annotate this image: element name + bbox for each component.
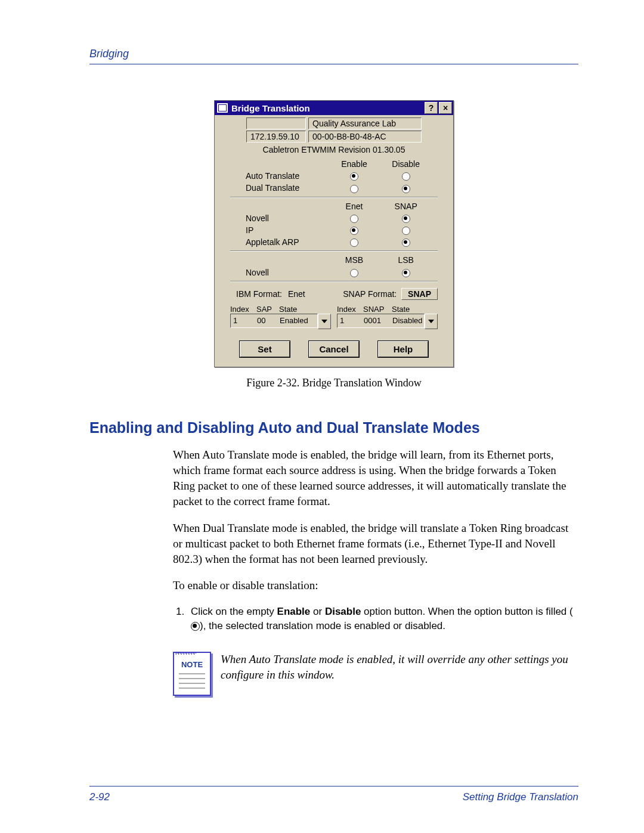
app-icon (217, 103, 228, 113)
bit-order-group: MSB LSB Novell (218, 255, 450, 277)
col-disable: Disable (380, 159, 432, 169)
novell-lsb-radio[interactable] (402, 269, 410, 277)
sap-h-state: State (279, 305, 297, 314)
note-block: eeeeeeee NOTE When Auto Translate mode i… (173, 652, 578, 696)
snap-list-field[interactable]: 1 0001 Disabled (337, 314, 425, 328)
row-appletalk: Appletalk ARP (236, 237, 329, 247)
separator (230, 197, 438, 198)
revision-text: Cabletron ETWMIM Revision 01.30.05 (218, 145, 450, 154)
meta-mac: 00-00-B8-B0-48-AC (308, 131, 422, 143)
frame-format-group: Enet SNAP Novell IP Appletalk ARP (218, 202, 450, 247)
snap-format-label: SNAP Format: (343, 289, 397, 299)
dialog-title: Bridge Translation (231, 103, 310, 113)
help-icon[interactable]: ? (425, 102, 438, 114)
auto-translate-enable-radio[interactable] (350, 172, 358, 181)
row-dual-translate: Dual Translate (236, 183, 329, 193)
ip-enet-radio[interactable] (350, 227, 358, 235)
paragraph: When Auto Translate mode is enabled, the… (173, 447, 578, 510)
dual-translate-disable-radio[interactable] (402, 185, 410, 193)
row-novell: Novell (236, 213, 329, 223)
page-footer: 2-92 Setting Bridge Translation (89, 786, 578, 803)
dual-translate-enable-radio[interactable] (350, 185, 358, 193)
radio-filled-icon (191, 622, 200, 631)
figure-caption: Figure 2-32. Bridge Translation Window (89, 377, 578, 389)
novell-msb-radio[interactable] (350, 269, 358, 277)
section-heading: Enabling and Disabling Auto and Dual Tra… (89, 419, 578, 436)
figure: Bridge Translation ? × Quality Assurance… (89, 100, 578, 389)
separator (230, 281, 438, 282)
col-enet: Enet (329, 202, 380, 211)
sap-h-index: Index (230, 305, 256, 314)
translate-mode-group: Enable Disable Auto Translate Dual Trans… (218, 159, 450, 193)
step-1: Click on the empty Enable or Disable opt… (187, 605, 578, 634)
snap-list: Index SNAP State 1 0001 Disabled (337, 305, 438, 329)
paragraph: To enable or disable translation: (173, 578, 578, 593)
titlebar: Bridge Translation ? × (215, 101, 453, 115)
close-icon[interactable]: × (439, 102, 452, 114)
snap-h-index: Index (337, 305, 363, 314)
separator (230, 250, 438, 252)
col-enable: Enable (329, 159, 380, 169)
page-number: 2-92 (89, 791, 110, 803)
page-header: Bridging (89, 48, 578, 64)
bridge-translation-dialog: Bridge Translation ? × Quality Assurance… (214, 100, 454, 367)
sap-h-sap: SAP (256, 305, 279, 314)
auto-translate-disable-radio[interactable] (402, 172, 410, 181)
meta-empty (246, 117, 306, 129)
appletalk-enet-radio[interactable] (350, 239, 358, 247)
col-lsb: LSB (380, 255, 432, 265)
snap-dropdown-button[interactable] (425, 314, 438, 329)
novell-enet-radio[interactable] (350, 215, 358, 223)
novell-snap-radio[interactable] (402, 215, 410, 223)
row-novell-bit: Novell (236, 268, 329, 277)
row-auto-translate: Auto Translate (236, 171, 329, 181)
col-msb: MSB (329, 255, 380, 265)
ibm-format-value: Enet (288, 289, 305, 299)
col-snap: SNAP (380, 202, 432, 211)
snap-h-state: State (392, 305, 410, 314)
meta-ip: 172.19.59.10 (246, 131, 306, 143)
help-button[interactable]: Help (378, 341, 428, 357)
sap-dropdown-button[interactable] (318, 314, 331, 329)
ip-snap-radio[interactable] (402, 227, 410, 235)
appletalk-snap-radio[interactable] (402, 239, 410, 247)
body-text: When Auto Translate mode is enabled, the… (173, 447, 578, 634)
paragraph: When Dual Translate mode is enabled, the… (173, 521, 578, 568)
note-icon: eeeeeeee NOTE (173, 652, 211, 696)
header-title: Bridging (89, 48, 129, 60)
snap-format-button[interactable]: SNAP (401, 288, 438, 300)
note-text: When Auto Translate mode is enabled, it … (221, 652, 578, 683)
set-button[interactable]: Set (240, 341, 290, 357)
sap-list: Index SAP State 1 00 Enabled (230, 305, 331, 329)
meta-qa-lab: Quality Assurance Lab (308, 117, 422, 129)
cancel-button[interactable]: Cancel (309, 341, 359, 357)
sap-list-field[interactable]: 1 00 Enabled (230, 314, 318, 328)
row-ip: IP (236, 225, 329, 235)
ibm-format-label: IBM Format: (236, 289, 282, 299)
footer-section: Setting Bridge Translation (463, 791, 578, 803)
snap-h-snap: SNAP (363, 305, 392, 314)
